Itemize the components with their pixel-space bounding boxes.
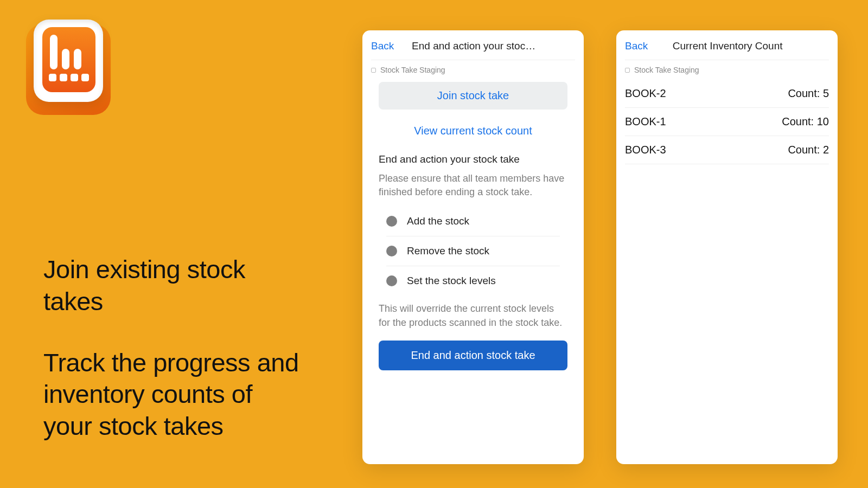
back-button[interactable]: Back: [625, 40, 648, 52]
inventory-row[interactable]: BOOK-2 Count: 5: [625, 80, 829, 108]
inventory-row[interactable]: BOOK-1 Count: 10: [625, 108, 829, 136]
nav-header: Back Current Inventory Count: [616, 30, 838, 60]
inventory-item-name: BOOK-2: [625, 87, 666, 100]
option-remove-stock[interactable]: Remove the stock: [386, 236, 560, 266]
back-button[interactable]: Back: [371, 40, 394, 52]
join-stock-take-button[interactable]: Join stock take: [379, 82, 567, 110]
hero-headline-2: Track the progress and inventory counts …: [43, 347, 304, 442]
screen-inventory-count: Back Current Inventory Count Stock Take …: [616, 30, 838, 464]
inventory-item-count: Count: 10: [782, 115, 829, 128]
option-add-stock[interactable]: Add the stock: [386, 207, 560, 236]
hero-text: Join existing stock takes Track the prog…: [43, 254, 304, 442]
override-note: This will override the current stock lev…: [362, 296, 584, 337]
radio-icon: [386, 275, 397, 286]
inventory-item-name: BOOK-1: [625, 115, 666, 128]
page-title: Current Inventory Count: [648, 40, 829, 52]
inventory-row[interactable]: BOOK-3 Count: 2: [625, 136, 829, 164]
option-label: Add the stock: [407, 215, 469, 227]
breadcrumb[interactable]: Stock Take Staging: [616, 60, 838, 80]
breadcrumb-label: Stock Take Staging: [634, 66, 699, 74]
radio-icon: [386, 216, 397, 227]
option-set-stock-levels[interactable]: Set the stock levels: [386, 266, 560, 296]
nav-header: Back End and action your stoc…: [362, 30, 584, 60]
section-title: End and action your stock take: [362, 148, 584, 170]
screen-end-action: Back End and action your stoc… Stock Tak…: [362, 30, 584, 464]
inventory-item-count: Count: 2: [788, 144, 829, 156]
option-label: Remove the stock: [407, 245, 489, 257]
inventory-item-count: Count: 5: [788, 87, 829, 100]
option-label: Set the stock levels: [407, 275, 496, 287]
action-options: Add the stock Remove the stock Set the s…: [386, 207, 560, 296]
breadcrumb-icon: [371, 68, 376, 73]
inventory-item-name: BOOK-3: [625, 144, 666, 156]
view-current-count-link[interactable]: View current stock count: [362, 110, 584, 148]
breadcrumb-label: Stock Take Staging: [380, 66, 445, 74]
end-action-button[interactable]: End and action stock take: [379, 341, 567, 370]
inventory-list: BOOK-2 Count: 5 BOOK-1 Count: 10 BOOK-3 …: [625, 80, 829, 164]
page-title: End and action your stoc…: [394, 40, 575, 52]
hero-headline-1: Join existing stock takes: [43, 254, 304, 318]
breadcrumb[interactable]: Stock Take Staging: [362, 60, 584, 80]
section-description: Please ensure that all team members have…: [362, 170, 584, 207]
app-icon: [26, 20, 111, 115]
radio-icon: [386, 246, 397, 256]
breadcrumb-icon: [625, 68, 630, 73]
